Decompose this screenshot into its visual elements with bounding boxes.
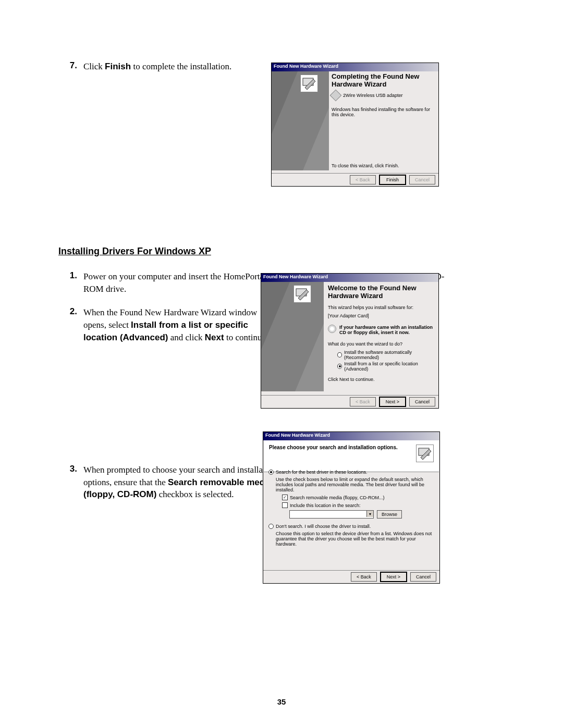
dlg3-chk-media[interactable]: [282, 495, 288, 500]
dlg2-opt2: Install from a list or specific location…: [344, 361, 434, 372]
s2-d: Next: [205, 332, 224, 342]
device-icon: [330, 90, 342, 102]
step-1-num: 1.: [58, 270, 83, 281]
dlg1-finish-button[interactable]: Finish: [379, 175, 406, 185]
dlg2-radio-list[interactable]: [337, 364, 342, 369]
s7-b: Finish: [105, 61, 131, 71]
wizard-welcome-dialog: Found New Hardware Wizard Welcome to the…: [261, 273, 439, 409]
step-2-num: 2.: [58, 306, 83, 317]
dlg1-device: 2Wire Wireless USB adapter: [343, 93, 403, 98]
wizard-finish-dialog: Found New Hardware Wizard Completing the…: [271, 63, 439, 187]
hardware-icon: [300, 75, 318, 92]
dlg3-next-button[interactable]: Next >: [380, 572, 407, 582]
dlg1-titlebar: Found New Hardware Wizard: [272, 63, 438, 71]
step-7-text: Click Finish to complete the installatio…: [83, 60, 231, 73]
dlg3-dont-txt: Choose this option to select the device …: [276, 531, 434, 547]
dlg2-heading: Welcome to the Found New Hardware Wizard: [328, 284, 434, 300]
dlg3-back-button[interactable]: < Back: [351, 572, 377, 582]
dlg2-next-button[interactable]: Next >: [379, 397, 406, 407]
dlg2-titlebar: Found New Hardware Wizard: [261, 274, 438, 282]
dlg3-cancel-button[interactable]: Cancel: [410, 572, 436, 582]
dlg2-side-graphic: [261, 282, 324, 391]
hardware-icon: [416, 445, 434, 462]
dlg3-use: Use the check boxes below to limit or ex…: [276, 477, 434, 492]
step-7-num: 7.: [58, 60, 83, 71]
dlg3-opt-search: Search for the best driver in these loca…: [276, 470, 368, 475]
dlg2-help: This wizard helps you install software f…: [328, 305, 434, 310]
s3-c: checkbox is selected.: [156, 489, 234, 499]
dlg3-opt-dont: Don't search. I will choose the driver t…: [276, 524, 371, 529]
dlg3-browse-button[interactable]: Browse: [377, 510, 402, 519]
chevron-down-icon[interactable]: ▼: [366, 511, 373, 517]
hardware-icon: [293, 285, 311, 303]
step-3-text: When prompted to choose your search and …: [83, 464, 282, 501]
dlg3-chk-loc-label: Include this location in the search:: [290, 503, 361, 508]
dlg2-continue: Click Next to continue.: [328, 377, 434, 382]
dlg3-radio-search[interactable]: [268, 470, 274, 475]
dlg3-titlebar: Found New Hardware Wizard: [263, 432, 439, 440]
step-2-text: When the Found New Hardware Wizard windo…: [83, 306, 282, 343]
dlg2-cancel-button[interactable]: Cancel: [409, 397, 435, 406]
dlg2-cd: If your hardware came with an installati…: [339, 325, 434, 335]
wizard-search-dialog: Found New Hardware Wizard Please choose …: [263, 431, 440, 584]
s2-c: and click: [168, 332, 204, 342]
dlg2-q: What do you want the wizard to do?: [328, 341, 434, 347]
s7-c: to complete the installation.: [131, 61, 231, 71]
dlg3-radio-dont[interactable]: [268, 524, 274, 529]
dlg2-card: [Your Adapter Card]: [328, 313, 434, 318]
dlg3-chk-location[interactable]: [282, 502, 288, 508]
section-title: Installing Drivers For Windows XP: [58, 246, 505, 257]
dlg3-chk-media-label: Search removable media (floppy, CD-ROM..…: [290, 495, 384, 500]
dlg1-done: Windows has finished installing the soft…: [332, 107, 435, 117]
dlg3-heading: Please choose your search and installati…: [269, 445, 398, 450]
dlg2-radio-auto[interactable]: [337, 352, 342, 357]
step-3-num: 3.: [58, 464, 83, 474]
s7-a: Click: [83, 61, 105, 71]
dlg1-close-text: To close this wizard, click Finish.: [332, 163, 399, 168]
dlg3-location-combo[interactable]: ▼: [289, 510, 374, 519]
dlg1-heading: Completing the Found New Hardware Wizard: [332, 72, 435, 88]
dlg1-cancel-button: Cancel: [409, 175, 435, 184]
page-number: 35: [0, 697, 563, 706]
dlg2-opt1: Install the software automatically (Reco…: [344, 350, 434, 360]
cd-icon: [328, 325, 336, 333]
dlg2-back-button: < Back: [350, 397, 376, 406]
dlg1-back-button: < Back: [350, 175, 376, 184]
